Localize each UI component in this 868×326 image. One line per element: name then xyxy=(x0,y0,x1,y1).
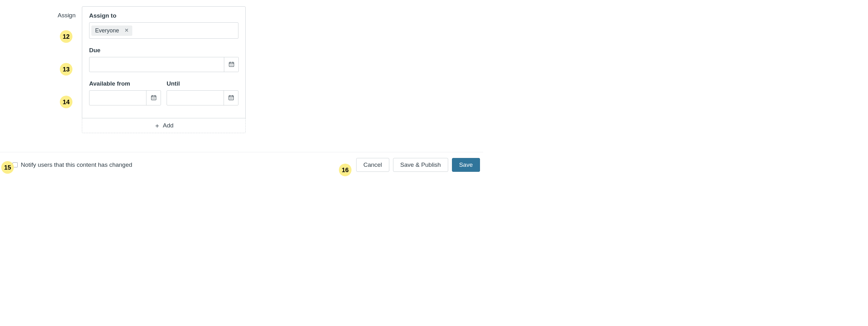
available-from-label: Available from xyxy=(89,80,161,87)
plus-icon: ＋ xyxy=(154,122,160,129)
svg-point-12 xyxy=(153,98,154,99)
svg-point-6 xyxy=(232,65,233,66)
svg-point-1 xyxy=(230,64,230,65)
assign-to-label: Assign to xyxy=(89,12,239,19)
footer-bar: Notify users that this content has chang… xyxy=(0,152,483,177)
add-label: Add xyxy=(163,122,174,129)
calendar-icon xyxy=(228,61,235,68)
notify-users-label: Notify users that this content has chang… xyxy=(21,161,132,168)
svg-point-15 xyxy=(229,98,230,98)
step-marker-12: 12 xyxy=(60,30,72,43)
remove-assignee-icon[interactable] xyxy=(125,28,128,33)
svg-point-18 xyxy=(229,98,230,99)
svg-point-17 xyxy=(232,98,232,98)
svg-point-9 xyxy=(153,98,154,98)
available-from-calendar-button[interactable] xyxy=(146,91,161,105)
row-label-assign: Assign xyxy=(0,6,82,19)
svg-point-2 xyxy=(231,64,232,65)
calendar-icon xyxy=(151,94,157,102)
until-label: Until xyxy=(166,80,239,87)
save-publish-button[interactable]: Save & Publish xyxy=(393,158,448,172)
assignee-pill-text: Everyone xyxy=(95,27,119,34)
assign-card: Assign to Everyone Due xyxy=(82,6,246,118)
svg-point-19 xyxy=(231,98,231,99)
assign-to-input[interactable]: Everyone xyxy=(89,22,239,39)
step-marker-15: 15 xyxy=(1,161,14,174)
step-marker-16: 16 xyxy=(339,164,351,176)
svg-point-3 xyxy=(232,64,233,65)
until-calendar-button[interactable] xyxy=(224,91,238,105)
svg-point-11 xyxy=(152,98,153,99)
due-date-calendar-button[interactable] xyxy=(224,57,239,72)
svg-point-10 xyxy=(154,98,155,98)
due-label: Due xyxy=(89,47,239,54)
cancel-button[interactable]: Cancel xyxy=(356,158,389,172)
svg-point-16 xyxy=(231,98,231,98)
save-button[interactable]: Save xyxy=(452,158,480,172)
calendar-icon xyxy=(228,94,234,102)
svg-point-4 xyxy=(230,65,230,66)
add-assignment-button[interactable]: ＋ Add xyxy=(82,118,246,133)
step-marker-13: 13 xyxy=(60,63,72,75)
due-date-input[interactable] xyxy=(89,57,239,72)
step-marker-14: 14 xyxy=(60,96,72,108)
svg-point-8 xyxy=(152,98,153,98)
svg-point-13 xyxy=(154,98,155,99)
assignee-pill: Everyone xyxy=(91,26,132,36)
svg-point-20 xyxy=(232,98,232,99)
svg-point-5 xyxy=(231,65,232,66)
